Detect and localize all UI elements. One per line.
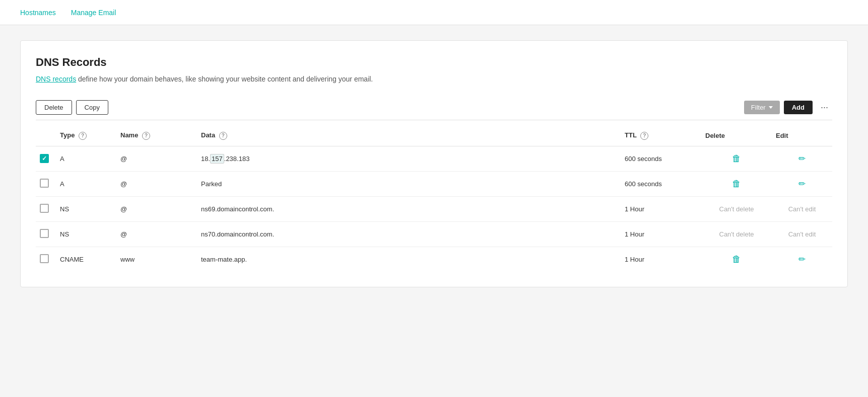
- cell-data: Parked: [197, 171, 621, 196]
- th-delete: Delete: [701, 125, 772, 146]
- cant-edit-label: Can't edit: [788, 205, 816, 213]
- cell-edit: Can't edit: [772, 196, 832, 221]
- edit-icon[interactable]: ✏: [798, 179, 806, 189]
- table-header-row: Type ? Name ? Data ? TTL ? De: [36, 125, 832, 146]
- toolbar: Delete Copy Filter Add ···: [36, 95, 832, 120]
- cell-edit[interactable]: ✏: [772, 146, 832, 171]
- cell-name: @: [116, 171, 197, 196]
- cell-ttl: 600 seconds: [621, 171, 701, 196]
- cell-delete: Can't delete: [701, 196, 772, 221]
- delete-icon[interactable]: 🗑: [732, 254, 741, 264]
- edit-icon[interactable]: ✏: [798, 154, 806, 164]
- cell-type: A: [56, 171, 116, 196]
- dns-description: DNS records define how your domain behav…: [36, 75, 832, 83]
- page-title: DNS Records: [36, 56, 832, 69]
- name-help-icon[interactable]: ?: [142, 132, 150, 140]
- cell-delete[interactable]: 🗑: [701, 146, 772, 171]
- toolbar-left: Delete Copy: [36, 100, 108, 115]
- nav-link-hostnames[interactable]: Hostnames: [20, 2, 56, 24]
- cell-delete[interactable]: 🗑: [701, 247, 772, 272]
- ttl-help-icon[interactable]: ?: [640, 132, 648, 140]
- cell-ttl: 600 seconds: [621, 146, 701, 171]
- th-edit: Edit: [772, 125, 832, 146]
- delete-button[interactable]: Delete: [36, 100, 72, 115]
- cell-delete: Can't delete: [701, 221, 772, 247]
- th-name: Name ?: [116, 125, 197, 146]
- cell-name: www: [116, 247, 197, 272]
- th-data: Data ?: [197, 125, 621, 146]
- table-row: NS@ns69.domaincontrol.com.1 HourCan't de…: [36, 196, 832, 221]
- delete-icon[interactable]: 🗑: [732, 153, 741, 164]
- cell-name: @: [116, 146, 197, 171]
- table-row: ✓A@18.157.238.183600 seconds🗑✏: [36, 146, 832, 171]
- th-type: Type ?: [56, 125, 116, 146]
- main-content: DNS Records DNS records define how your …: [0, 25, 868, 302]
- cell-type: A: [56, 146, 116, 171]
- nav-link-manage-email[interactable]: Manage Email: [71, 2, 116, 24]
- checkbox-row-4[interactable]: [40, 229, 49, 238]
- th-ttl: TTL ?: [621, 125, 701, 146]
- type-help-icon[interactable]: ?: [79, 132, 87, 140]
- dns-records-link[interactable]: DNS records: [36, 75, 76, 83]
- cell-data: 18.157.238.183: [197, 146, 621, 171]
- dns-records-card: DNS Records DNS records define how your …: [20, 40, 848, 287]
- delete-icon[interactable]: 🗑: [732, 179, 741, 189]
- checkbox-row-5[interactable]: [40, 254, 49, 263]
- table-row: A@Parked600 seconds🗑✏: [36, 171, 832, 196]
- checkbox-row-1[interactable]: ✓: [40, 154, 49, 163]
- th-checkbox: [36, 125, 56, 146]
- cell-ttl: 1 Hour: [621, 247, 701, 272]
- chevron-down-icon: [769, 106, 773, 109]
- filter-button[interactable]: Filter: [744, 101, 780, 114]
- table-row: CNAMEwwwteam-mate.app.1 Hour🗑✏: [36, 247, 832, 272]
- cell-data: ns69.domaincontrol.com.: [197, 196, 621, 221]
- cell-type: NS: [56, 221, 116, 247]
- cell-name: @: [116, 221, 197, 247]
- add-button[interactable]: Add: [784, 101, 813, 114]
- cell-type: NS: [56, 196, 116, 221]
- table-row: NS@ns70.domaincontrol.com.1 HourCan't de…: [36, 221, 832, 247]
- cell-ttl: 1 Hour: [621, 196, 701, 221]
- data-help-icon[interactable]: ?: [219, 132, 227, 140]
- cell-edit[interactable]: ✏: [772, 171, 832, 196]
- cell-type: CNAME: [56, 247, 116, 272]
- cant-delete-label: Can't delete: [719, 230, 754, 238]
- toolbar-right: Filter Add ···: [744, 100, 832, 115]
- cell-edit[interactable]: ✏: [772, 247, 832, 272]
- checkbox-row-3[interactable]: [40, 204, 49, 213]
- cant-edit-label: Can't edit: [788, 230, 816, 238]
- cell-name: @: [116, 196, 197, 221]
- cell-delete[interactable]: 🗑: [701, 171, 772, 196]
- cell-data: ns70.domaincontrol.com.: [197, 221, 621, 247]
- more-options-button[interactable]: ···: [817, 100, 832, 115]
- cell-data: team-mate.app.: [197, 247, 621, 272]
- cant-delete-label: Can't delete: [719, 205, 754, 213]
- top-navigation: Hostnames Manage Email: [0, 0, 868, 25]
- edit-icon[interactable]: ✏: [798, 255, 806, 264]
- copy-button[interactable]: Copy: [76, 100, 108, 115]
- dns-table: Type ? Name ? Data ? TTL ? De: [36, 125, 832, 272]
- checkbox-row-2[interactable]: [40, 179, 49, 188]
- cell-ttl: 1 Hour: [621, 221, 701, 247]
- cell-edit: Can't edit: [772, 221, 832, 247]
